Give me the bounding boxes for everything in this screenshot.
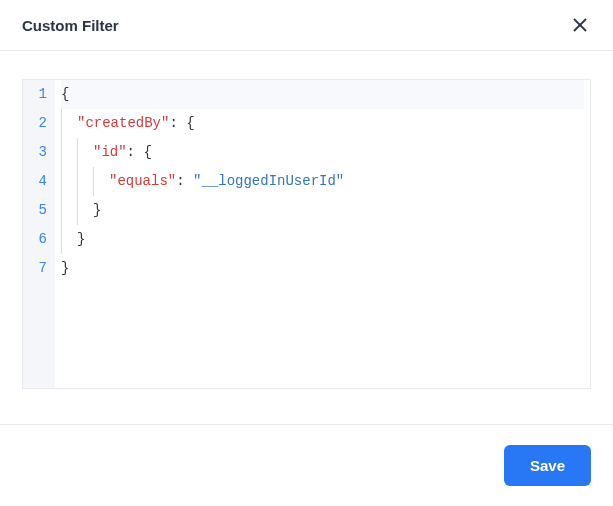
code-token: "equals"	[109, 167, 176, 196]
indent-guide	[93, 167, 109, 196]
code-token: :	[169, 109, 186, 138]
gutter-line: 4	[31, 167, 47, 196]
close-button[interactable]	[569, 14, 591, 36]
code-token: "__loggedInUserId"	[193, 167, 344, 196]
indent-guide	[61, 225, 77, 254]
gutter-line: 6	[31, 225, 47, 254]
indent-guide	[77, 167, 93, 196]
code-token: "id"	[93, 138, 127, 167]
code-line[interactable]: }	[61, 225, 584, 254]
indent-guide	[61, 196, 77, 225]
code-line[interactable]: "equals": "__loggedInUserId"	[61, 167, 584, 196]
close-icon	[573, 18, 587, 32]
gutter-line: 2	[31, 109, 47, 138]
code-line[interactable]: }	[61, 254, 584, 283]
code-token: {	[143, 138, 151, 167]
modal-header: Custom Filter	[0, 0, 613, 50]
custom-filter-modal: Custom Filter 1234567 {"createdBy": {"id…	[0, 0, 613, 506]
indent-guide	[61, 138, 77, 167]
gutter-line: 1	[31, 80, 47, 109]
gutter-line: 7	[31, 254, 47, 283]
modal-title: Custom Filter	[22, 17, 119, 34]
code-line[interactable]: "createdBy": {	[61, 109, 584, 138]
code-token: "createdBy"	[77, 109, 169, 138]
editor-gutter: 1234567	[23, 80, 55, 388]
code-token: :	[127, 138, 144, 167]
save-button[interactable]: Save	[504, 445, 591, 486]
editor-code-area[interactable]: {"createdBy": {"id": {"equals": "__logge…	[55, 80, 590, 388]
indent-guide	[77, 196, 93, 225]
json-editor[interactable]: 1234567 {"createdBy": {"id": {"equals": …	[22, 79, 591, 389]
indent-guide	[77, 138, 93, 167]
indent-guide	[61, 109, 77, 138]
code-line[interactable]: }	[61, 196, 584, 225]
code-token: {	[61, 80, 69, 109]
code-line[interactable]: {	[61, 80, 584, 109]
code-token: {	[186, 109, 194, 138]
gutter-line: 5	[31, 196, 47, 225]
modal-footer: Save	[0, 424, 613, 506]
code-token: }	[61, 254, 69, 283]
indent-guide	[61, 167, 77, 196]
modal-body: 1234567 {"createdBy": {"id": {"equals": …	[0, 51, 613, 424]
code-line[interactable]: "id": {	[61, 138, 584, 167]
code-token: }	[93, 196, 101, 225]
code-token: }	[77, 225, 85, 254]
code-token: :	[176, 167, 193, 196]
gutter-line: 3	[31, 138, 47, 167]
